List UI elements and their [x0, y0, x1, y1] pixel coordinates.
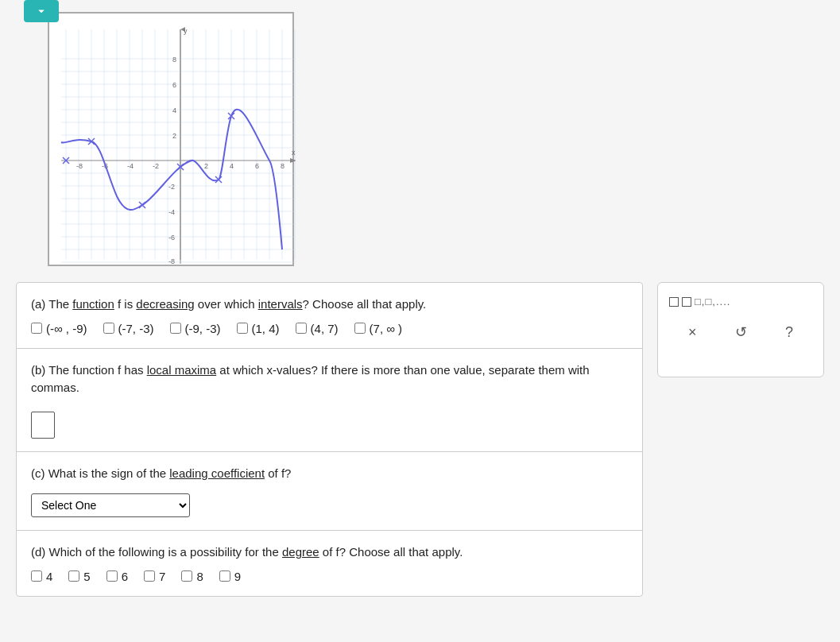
tick-label: 8 — [172, 56, 176, 64]
local-maxima-link[interactable]: local maxima — [147, 363, 217, 377]
tick-label: 8 — [281, 162, 285, 170]
side-panel-actions: × ↺ ? — [669, 320, 812, 344]
question-c-block: (c) What is the sign of the leading coef… — [17, 452, 642, 532]
checkbox-neg-inf-neg9[interactable] — [31, 323, 42, 334]
checkbox-8[interactable] — [181, 570, 192, 582]
tick-label: 6 — [255, 162, 259, 170]
checkbox-item-neg-inf-neg9[interactable]: (-∞ , -9) — [31, 322, 87, 335]
checkbox-neg7-neg3[interactable] — [103, 323, 114, 334]
question-a-options: (-∞ , -9) (-7, -3) (-9, -3) (1, 4) — [31, 322, 628, 335]
q-a-end: ? Choose all that apply. — [303, 297, 427, 311]
small-square-icon — [669, 297, 679, 307]
tick-label: -8 — [76, 162, 83, 170]
checkbox-9[interactable] — [219, 570, 230, 582]
tick-label: -8 — [168, 257, 175, 265]
sign-select[interactable]: Select One Positive Negative — [31, 493, 190, 517]
dots-label: □,□,.... — [695, 296, 730, 307]
checkbox-item-7-inf[interactable]: (7, ∞ ) — [354, 322, 403, 335]
side-panel-top: □,□,.... — [669, 296, 812, 307]
checkbox-4-7[interactable] — [296, 323, 307, 334]
intervals-link[interactable]: intervals — [258, 297, 303, 311]
question-d-options: 4 5 6 7 8 — [31, 570, 628, 583]
tick-label: -6 — [168, 234, 175, 242]
q-c-end: of f? — [265, 466, 291, 480]
checkbox-item-4[interactable]: 4 — [31, 570, 52, 583]
tick-label: 6 — [172, 81, 176, 89]
function-link[interactable]: function — [72, 297, 114, 311]
checkbox-7-inf[interactable] — [354, 323, 366, 334]
checkbox-item-8[interactable]: 8 — [181, 570, 203, 583]
help-button[interactable]: ? — [779, 321, 799, 344]
q-c-pre: (c) What is the sign of the — [31, 466, 169, 480]
checkbox-4[interactable] — [31, 570, 42, 582]
q-a-mid1: f is — [114, 297, 137, 311]
question-d-block: (d) Which of the following is a possibil… — [17, 531, 642, 596]
decreasing-link[interactable]: decreasing — [136, 297, 194, 311]
y-axis-label: y — [184, 27, 188, 35]
function-curve — [61, 110, 282, 249]
question-b-text: (b) The function f has local maxima at w… — [31, 362, 628, 397]
tick-label: -2 — [153, 162, 159, 170]
q-a-mid2: over which — [195, 297, 258, 311]
question-a-block: (a) The function f is decreasing over wh… — [17, 283, 642, 349]
q-b-pre: (b) The function f has — [31, 363, 147, 377]
q-d-pre: (d) Which of the following is a possibil… — [31, 545, 282, 559]
degree-link[interactable]: degree — [282, 545, 319, 559]
tick-label: 2 — [172, 132, 176, 140]
checkbox-item-neg7-neg3[interactable]: (-7, -3) — [103, 322, 154, 335]
questions-container: (a) The function f is decreasing over wh… — [16, 282, 643, 597]
leading-coefficient-link[interactable]: leading coefficient — [169, 466, 265, 480]
x-axis-label: x — [292, 149, 296, 157]
tick-label: 2 — [204, 162, 208, 170]
q-d-end: of f? Choose all that apply. — [319, 545, 463, 559]
tick-label: -2 — [168, 183, 175, 191]
checkbox-neg9-neg3[interactable] — [170, 323, 181, 334]
dropdown-button[interactable] — [24, 0, 59, 22]
tick-label: -4 — [127, 162, 134, 170]
checkbox-item-4-7[interactable]: (4, 7) — [296, 322, 339, 335]
local-maxima-input[interactable] — [31, 412, 55, 439]
checkbox-1-4[interactable] — [237, 323, 248, 334]
checkbox-item-1-4[interactable]: (1, 4) — [237, 322, 280, 335]
question-a-text: (a) The function f is decreasing over wh… — [31, 296, 628, 314]
checkbox-5[interactable] — [68, 570, 79, 582]
small-square-icon-2 — [682, 297, 691, 307]
question-c-text: (c) What is the sign of the leading coef… — [31, 465, 628, 483]
checkbox-item-5[interactable]: 5 — [68, 570, 90, 583]
tick-label: 4 — [230, 162, 234, 170]
checkbox-item-7[interactable]: 7 — [144, 570, 165, 583]
question-b-block: (b) The function f has local maxima at w… — [17, 349, 642, 452]
checkbox-item-neg9-neg3[interactable]: (-9, -3) — [170, 322, 221, 335]
q-a-pre: (a) The — [31, 297, 72, 311]
graph-container: -8 -6 -4 -2 2 4 6 8 — [48, 12, 294, 266]
clear-button[interactable]: × — [682, 321, 703, 344]
checkbox-item-6[interactable]: 6 — [106, 570, 128, 583]
checkbox-7[interactable] — [144, 570, 155, 582]
undo-button[interactable]: ↺ — [729, 320, 753, 344]
checkbox-item-9[interactable]: 9 — [219, 570, 241, 583]
question-d-text: (d) Which of the following is a possibil… — [31, 543, 628, 562]
tick-label: 4 — [172, 106, 176, 114]
tick-label: -4 — [168, 208, 175, 216]
checkbox-6[interactable] — [106, 570, 118, 582]
side-panel: □,□,.... × ↺ ? — [657, 282, 824, 377]
